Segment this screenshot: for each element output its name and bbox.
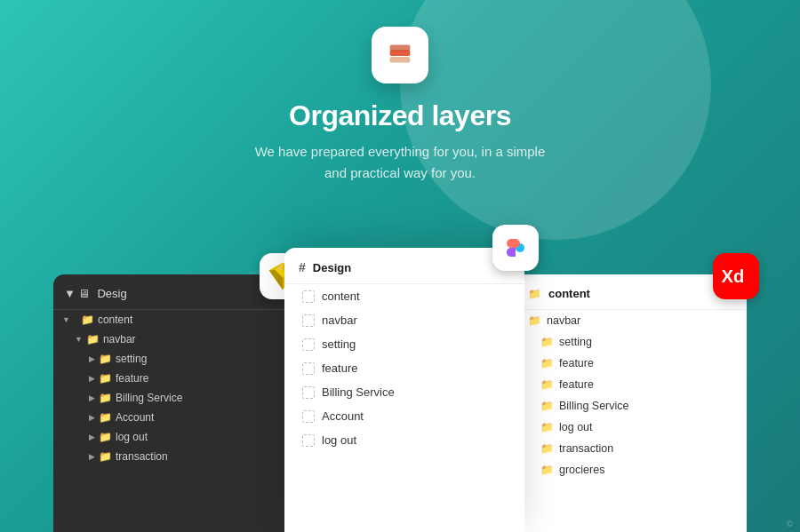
item-label: content	[98, 314, 132, 326]
list-item: ▶ 📁 transaction	[53, 447, 293, 466]
folder-icon: 📁	[540, 378, 554, 391]
list-item: 📁 Billing Service	[516, 395, 747, 417]
list-item: 📁 transaction	[516, 438, 747, 459]
item-label: setting	[322, 337, 356, 351]
list-item: 📁 setting	[516, 331, 747, 353]
svg-rect-1	[390, 50, 411, 56]
item-label: grocieres	[559, 464, 604, 476]
layers-icon	[383, 38, 417, 72]
frame-icon	[302, 386, 315, 399]
arrow-icon: ▶	[89, 452, 95, 461]
item-label: navbar	[547, 314, 580, 327]
folder-icon: 📁	[99, 450, 112, 463]
list-item: 📁 feature	[516, 353, 747, 374]
frame-icon	[302, 434, 315, 447]
arrow-icon: ▼	[62, 315, 70, 324]
item-label: Billing Service	[116, 392, 182, 404]
arrow-icon: ▶	[89, 354, 95, 363]
frame-icon	[302, 314, 315, 327]
list-item: content	[284, 284, 524, 308]
list-item: ▶ 📁 feature	[53, 369, 293, 388]
list-item: 📁 navbar	[516, 310, 747, 331]
figma-icon	[501, 234, 530, 262]
xd-card-title: content	[548, 287, 590, 300]
item-label: transaction	[559, 442, 613, 455]
list-item: ▶ 📁 log out	[53, 427, 293, 447]
svg-rect-2	[390, 45, 411, 52]
hash-icon: #	[299, 260, 306, 274]
item-label: content	[322, 290, 360, 303]
list-item: setting	[284, 332, 524, 356]
folder-icon: 📁	[540, 357, 554, 369]
item-label: Account	[322, 409, 364, 423]
xd-card: Xd 📁 content 📁 navbar 📁 setting 📁 featur…	[516, 274, 747, 532]
list-item: 📁 feature	[516, 374, 747, 395]
list-item: ▶ 📁 setting	[53, 349, 293, 369]
header-section: Organized layers We have prepared everyt…	[0, 0, 800, 184]
folder-icon: 📁	[81, 314, 94, 326]
folder-icon: 📁	[99, 431, 112, 443]
xd-card-header: 📁 content	[516, 287, 747, 310]
arrow-icon: ▼	[75, 335, 83, 344]
item-label: log out	[116, 431, 148, 443]
list-item: ▶ 📁 Billing Service	[53, 388, 293, 408]
list-item: ▼ 📁 navbar	[53, 330, 293, 349]
item-label: log out	[559, 421, 593, 433]
list-item: ▼ 📁 content	[53, 310, 293, 330]
monitor-icon: ▼ 🖥	[64, 287, 90, 300]
item-label: Billing Service	[559, 400, 629, 412]
item-label: navbar	[103, 333, 136, 345]
item-label: feature	[559, 357, 594, 369]
folder-icon: 📁	[528, 314, 541, 327]
arrow-icon: ▶	[89, 413, 95, 422]
figma-badge	[492, 225, 539, 271]
item-label: setting	[559, 336, 592, 348]
frame-icon	[302, 410, 315, 423]
sketch-card-title: Desig	[97, 287, 126, 300]
folder-icon: 📁	[540, 421, 554, 433]
xd-icon: Xd	[720, 263, 752, 290]
frame-icon	[302, 338, 315, 351]
folder-icon: 📁	[99, 392, 112, 404]
item-label: feature	[116, 372, 148, 385]
list-item: feature	[284, 356, 524, 380]
xd-badge: Xd	[713, 253, 759, 299]
frame-icon	[302, 290, 315, 303]
folder-icon: 📁	[99, 372, 112, 385]
list-item: Billing Service	[284, 380, 524, 404]
item-label: navbar	[322, 314, 357, 327]
list-item: Account	[284, 404, 524, 428]
sketch-card: ▼ 🖥 Desig ▼ 📁 content ▼ 📁 navbar ▶ 📁 set…	[53, 274, 293, 532]
arrow-icon: ▶	[89, 433, 95, 441]
folder-icon: 📁	[528, 288, 541, 300]
arrow-icon: ▶	[89, 393, 95, 402]
item-label: feature	[322, 361, 357, 375]
folder-icon: 📁	[540, 400, 554, 412]
app-icon	[372, 27, 428, 83]
list-item: 📁 grocieres	[516, 459, 747, 480]
folder-icon: 📁	[540, 464, 554, 476]
item-label: Billing Service	[322, 385, 395, 399]
svg-text:Xd: Xd	[721, 266, 744, 286]
folder-icon: 📁	[99, 411, 112, 424]
list-item: log out	[284, 428, 524, 452]
list-item: ▶ 📁 Account	[53, 408, 293, 427]
figma-card-title: Design	[313, 261, 351, 274]
arrow-icon: ▶	[89, 374, 95, 383]
item-label: transaction	[116, 450, 168, 463]
page-title: Organized layers	[289, 99, 511, 132]
item-label: feature	[559, 378, 594, 391]
figma-card-header: # Design	[284, 260, 524, 284]
frame-icon	[302, 362, 315, 375]
cards-container: ▼ 🖥 Desig ▼ 📁 content ▼ 📁 navbar ▶ 📁 set…	[0, 248, 800, 532]
folder-icon: 📁	[540, 442, 554, 455]
item-label: setting	[116, 353, 147, 365]
page-subtitle: We have prepared everything for you, in …	[249, 141, 551, 184]
item-label: Account	[116, 411, 154, 424]
folder-icon: 📁	[99, 353, 112, 365]
folder-icon: 📁	[540, 336, 554, 348]
list-item: navbar	[284, 308, 524, 332]
figma-card: # Design content navbar setting feature …	[284, 248, 524, 532]
svg-rect-0	[390, 57, 411, 63]
list-item: 📁 log out	[516, 417, 747, 438]
